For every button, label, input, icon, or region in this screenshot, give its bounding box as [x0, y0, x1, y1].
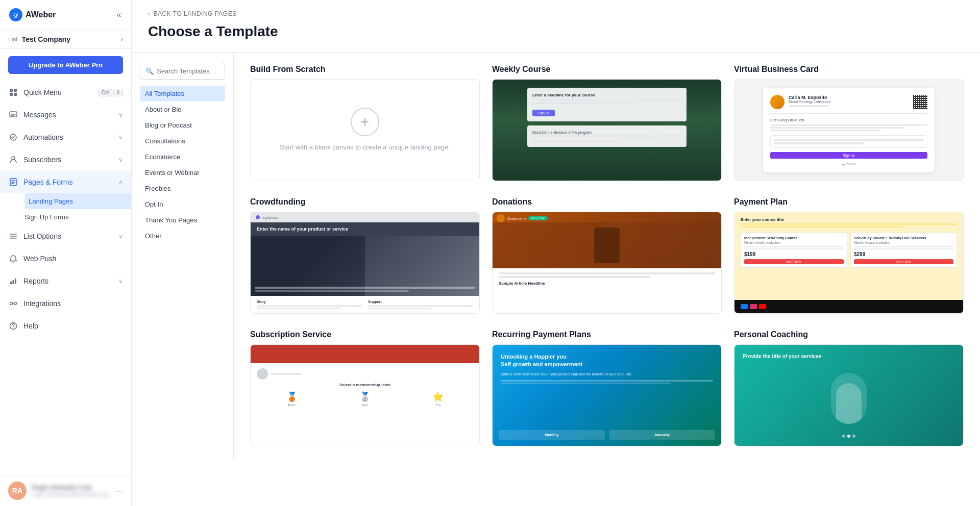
svg-text:@: @: [13, 12, 18, 18]
template-title-coaching: Personal Coaching: [734, 330, 964, 339]
template-card-payment-plan[interactable]: Payment Plan Enter your course title Ind…: [734, 197, 964, 314]
messages-chevron-icon: ∨: [118, 111, 123, 118]
template-card-crowdfunding[interactable]: Crowdfunding logolpsum Enter the name of…: [250, 197, 480, 314]
svg-point-17: [13, 327, 14, 328]
sidebar-item-help[interactable]: Help: [0, 315, 131, 337]
back-link[interactable]: ‹ BACK TO LANDING PAGES: [148, 10, 964, 17]
sidebar-item-reports[interactable]: Reports ∨: [0, 270, 131, 292]
svg-text:AWeber: AWeber: [26, 10, 56, 19]
scratch-description: Start with a blank canvas to create a un…: [280, 142, 450, 153]
list-name: Test Company: [22, 35, 117, 43]
main-body: 🔍 All Templates About or Bio Blog or Pod…: [132, 53, 980, 459]
template-card-vbc[interactable]: Virtual Business Card Carla M. Esposito …: [734, 65, 964, 181]
sidebar: @ AWeber « List Test Company › Upgrade t…: [0, 0, 132, 506]
list-chevron-icon: ›: [120, 35, 123, 43]
reports-icon: [8, 276, 18, 286]
sidebar-item-web-push[interactable]: Web Push: [0, 247, 131, 270]
sidebar-item-landing-pages[interactable]: Landing Pages: [24, 193, 131, 209]
sidebar-item-pages-forms[interactable]: Pages & Forms ∧: [0, 171, 131, 193]
search-input[interactable]: [157, 67, 219, 75]
list-options-chevron-icon: ∨: [118, 233, 123, 240]
template-preview-scratch: + Start with a blank canvas to create a …: [250, 79, 480, 181]
template-card-subscription[interactable]: Subscription Service Select a membershi: [250, 330, 480, 446]
sidebar-item-label-subscribers: Subscribers: [23, 156, 113, 164]
user-email: roger.alexander@example.com: [32, 491, 110, 497]
sidebar-logo[interactable]: @ AWeber: [8, 7, 69, 22]
filter-panel: 🔍 All Templates About or Bio Blog or Pod…: [132, 53, 234, 459]
sidebar-item-subscribers[interactable]: Subscribers ∨: [0, 148, 131, 171]
filter-item-all[interactable]: All Templates: [140, 86, 225, 102]
pages-forms-chevron-icon: ∧: [118, 179, 123, 186]
filter-item-consultations[interactable]: Consultations: [140, 133, 225, 149]
user-avatar: RA: [8, 482, 27, 500]
landing-pages-label: Landing Pages: [29, 197, 73, 205]
template-title-crowdfunding: Crowdfunding: [250, 197, 480, 207]
svg-point-15: [14, 302, 17, 305]
sidebar-item-label-help: Help: [23, 322, 123, 330]
filter-item-ecommerce[interactable]: Ecommerce: [140, 149, 225, 165]
quick-menu-icon: [8, 87, 18, 97]
template-title-donations: Donations: [492, 197, 722, 207]
filter-label-ecommerce: Ecommerce: [145, 153, 180, 161]
filter-item-other[interactable]: Other: [140, 228, 225, 244]
filter-label-other: Other: [145, 232, 162, 240]
filter-label-blog: Blog or Podcast: [145, 121, 192, 129]
web-push-icon: [8, 254, 18, 264]
template-title-recurring: Recurring Payment Plans: [492, 330, 722, 339]
sidebar-item-sign-up-forms[interactable]: Sign Up Forms: [24, 209, 131, 225]
sidebar-item-list-options[interactable]: List Options ∨: [0, 225, 131, 247]
back-chevron-icon: ‹: [148, 10, 151, 17]
list-options-icon: [8, 231, 18, 241]
svg-rect-11: [10, 282, 12, 284]
sidebar-item-label-web-push: Web Push: [23, 255, 123, 263]
help-icon: [8, 321, 18, 331]
template-title-weekly-course: Weekly Course: [492, 65, 722, 74]
keyboard-shortcut: Ctrl K: [99, 89, 123, 96]
filter-item-blog[interactable]: Blog or Podcast: [140, 117, 225, 133]
template-card-weekly-course[interactable]: Weekly Course Enter a headline for your …: [492, 65, 722, 181]
user-info: Roger Alexander Cole roger.alexander@exa…: [32, 484, 110, 497]
template-card-recurring[interactable]: Recurring Payment Plans Unlocking a Happ…: [492, 330, 722, 446]
sidebar-logo-area: @ AWeber «: [0, 0, 131, 30]
svg-rect-3: [10, 89, 13, 92]
template-preview-subscription: Select a membership level 🥉 Basic 🥈: [250, 344, 480, 446]
filter-item-thankyou[interactable]: Thank You Pages: [140, 212, 225, 228]
reports-chevron-icon: ∨: [118, 277, 123, 285]
search-icon: 🔍: [145, 67, 154, 75]
main-header: ‹ BACK TO LANDING PAGES Choose a Templat…: [132, 0, 980, 53]
list-selector[interactable]: List Test Company ›: [0, 30, 131, 49]
template-card-coaching[interactable]: Personal Coaching Provide the title of y…: [734, 330, 964, 446]
template-preview-crowdfunding: logolpsum Enter the name of your product…: [250, 212, 480, 314]
user-menu-icon[interactable]: ⋯: [115, 486, 123, 496]
scratch-plus-icon: +: [351, 108, 379, 136]
list-label: List: [8, 36, 18, 43]
sidebar-item-messages[interactable]: Messages ∨: [0, 104, 131, 126]
filter-item-freebies[interactable]: Freebies: [140, 181, 225, 196]
template-card-donations[interactable]: Donations @username FOLLOW: [492, 197, 722, 314]
sidebar-item-automations[interactable]: Automations ∨: [0, 126, 131, 148]
template-preview-weekly-course: Enter a headline for your course Sign up…: [492, 79, 722, 181]
template-preview-donations: @username FOLLOW Sample Article: [492, 212, 722, 314]
filter-item-about[interactable]: About or Bio: [140, 102, 225, 117]
sidebar-item-label-pages-forms: Pages & Forms: [23, 178, 113, 186]
template-title-vbc: Virtual Business Card: [734, 65, 964, 74]
template-preview-coaching: Provide the title of your services: [734, 344, 964, 446]
search-box[interactable]: 🔍: [140, 63, 225, 80]
svg-rect-4: [14, 89, 17, 92]
template-title-scratch: Build From Scratch: [250, 65, 480, 74]
upgrade-button[interactable]: Upgrade to AWeber Pro: [8, 56, 123, 74]
template-preview-vbc: Carla M. Esposito Brand Strategy Consult…: [734, 79, 964, 181]
svg-rect-13: [15, 279, 16, 284]
template-card-scratch[interactable]: Build From Scratch + Start with a blank …: [250, 65, 480, 181]
sidebar-collapse-button[interactable]: «: [113, 9, 125, 21]
templates-grid: Build From Scratch + Start with a blank …: [250, 65, 964, 446]
user-name: Roger Alexander Cole: [32, 484, 110, 491]
sidebar-item-quick-menu[interactable]: Quick Menu Ctrl K: [0, 81, 131, 104]
template-preview-payment-plan: Enter your course title Independent Self…: [734, 212, 964, 314]
filter-label-all: All Templates: [145, 90, 184, 97]
back-link-text: BACK TO LANDING PAGES: [154, 10, 237, 17]
filter-label-consultations: Consultations: [145, 137, 185, 145]
filter-item-events[interactable]: Events or Webinar: [140, 165, 225, 181]
sidebar-item-integrations[interactable]: Integrations: [0, 292, 131, 315]
filter-item-optin[interactable]: Opt In: [140, 196, 225, 212]
